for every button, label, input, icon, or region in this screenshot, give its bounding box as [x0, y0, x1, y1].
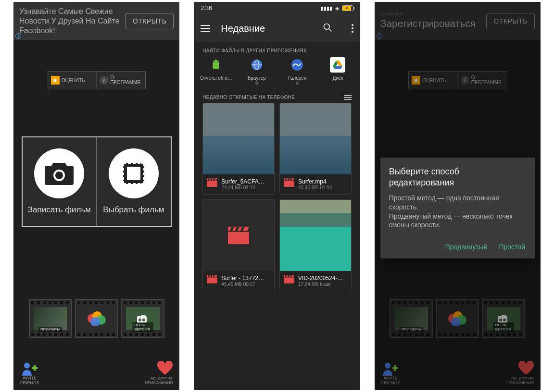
file-thumbnail [203, 200, 274, 271]
about-button[interactable]: i О ПРОГРАММЕ [97, 72, 145, 89]
source-label: Диск [318, 75, 357, 81]
open-in-icon: ⧉ [278, 81, 316, 86]
svg-rect-7 [138, 161, 140, 164]
app-sources-row: Отчеты об о… Браузер ⧉ Галерея ⧉ Диск [194, 57, 360, 90]
source-drive[interactable]: Диск [318, 57, 357, 86]
svg-rect-19 [143, 163, 146, 166]
record-movie-label: Записать фильм [28, 205, 91, 215]
drive-icon [330, 57, 345, 73]
overflow-menu-icon[interactable] [352, 24, 353, 33]
rate-label: ОЦЕНИТЬ [62, 78, 85, 83]
svg-point-1 [55, 172, 63, 179]
svg-rect-3 [127, 167, 140, 180]
edit-method-dialog: Выберите способ редактирования Простой м… [380, 158, 535, 258]
wifi-icon: ◈ [335, 5, 339, 12]
view-toggle-icon[interactable] [344, 95, 352, 100]
svg-rect-17 [121, 177, 124, 180]
svg-rect-12 [138, 183, 140, 186]
recent-header: НЕДАВНО ОТКРЫТЫЕ НА ТЕЛЕФОНЕ [194, 90, 360, 103]
globe-icon [249, 57, 264, 73]
file-card[interactable]: Surfer_5ACFA… 24,44 МБ 01:14 [202, 103, 275, 195]
source-gallery[interactable]: Галерея ⧉ [278, 57, 316, 86]
file-card[interactable]: VID-20200524-… 17,64 МБ 6 авг. [279, 199, 352, 291]
find-in-apps-label: НАЙТИ ФАЙЛЫ В ДРУГИХ ПРИЛОЖЕНИЯХ [194, 42, 360, 57]
file-name: VID-20200524-… [298, 275, 343, 282]
bottom-row: INVITE FRIENDS AD: ДРУГИЕ ПРИЛОЖЕНИЯ [13, 361, 179, 385]
svg-rect-20 [143, 168, 146, 171]
record-movie-button[interactable]: Записать фильм [23, 137, 97, 226]
pick-movie-button[interactable]: Выбрать фильм [97, 137, 171, 226]
screen-3-dialog: Facebook® Зарегистрироваться ОТКРЫТЬ i ★… [375, 2, 541, 390]
rate-button[interactable]: ★ ОЦЕНИТЬ [48, 72, 97, 89]
source-reports[interactable]: Отчеты об о… [197, 57, 235, 86]
svg-rect-15 [121, 168, 124, 171]
film-examples-label: ПРИМЕРЫ [38, 327, 62, 332]
screen-1-app-home: Узнавайте Самые Свежие Новости У Друзей … [13, 2, 179, 390]
star-icon: ★ [51, 76, 60, 85]
film-strip-row: ПРИМЕРЫ ПРОФ. ВЕРСИЯ [29, 299, 164, 338]
svg-point-35 [217, 61, 218, 61]
ad-text: Узнавайте Самые Свежие Новости У Друзей … [19, 7, 126, 36]
stamp-icon [109, 148, 159, 198]
film-examples[interactable]: ПРИМЕРЫ [29, 299, 72, 338]
svg-point-31 [24, 363, 30, 368]
file-name: Surfer.mp4 [298, 178, 332, 185]
source-label: Отчеты об о… [197, 75, 235, 81]
pick-movie-label: Выбрать фильм [103, 205, 164, 215]
film-pro-label: ПРОФ. ВЕРСИЯ [132, 322, 153, 332]
svg-rect-6 [133, 161, 136, 164]
about-label-2: ПРОГРАММЕ [110, 80, 140, 86]
other-apps-button[interactable]: AD: ДРУГИЕ ПРИЛОЖЕНИЯ [145, 361, 173, 385]
camera-icon [34, 148, 84, 198]
file-thumbnail [280, 103, 351, 174]
file-name: Surfer - 13772… [221, 275, 264, 282]
source-label: Браузер [238, 75, 276, 81]
ad-open-button[interactable]: ОТКРЫТЬ [126, 13, 174, 29]
ad-close-icon[interactable]: i [15, 33, 21, 39]
status-bar: 2:36 ▮▮▮▮ ◈ 91 [194, 2, 360, 14]
svg-rect-22 [143, 177, 146, 180]
svg-line-33 [328, 28, 331, 31]
dialog-body-line2: Продвинутый метод — несколько точек смен… [389, 212, 526, 230]
svg-rect-10 [128, 183, 131, 186]
file-card[interactable]: Surfer - 13772… 45,45 МБ 00:27 [202, 199, 275, 291]
invite-friends-button[interactable]: INVITE FRIENDS [20, 361, 39, 385]
info-icon: i [100, 76, 108, 85]
appbar-title: Недавние [221, 23, 312, 34]
svg-rect-23 [143, 181, 146, 184]
svg-point-30 [142, 318, 145, 321]
battery-icon: 91 [342, 5, 353, 11]
simple-button[interactable]: Простой [498, 239, 526, 255]
svg-rect-14 [121, 163, 124, 166]
file-grid: Surfer_5ACFA… 24,44 МБ 01:14 Surfer.mp4 … [194, 103, 360, 291]
svg-rect-5 [128, 161, 131, 164]
svg-point-34 [214, 61, 215, 61]
video-file-icon [207, 275, 217, 283]
svg-rect-28 [137, 316, 147, 323]
svg-point-32 [324, 24, 329, 29]
status-time: 2:36 [201, 5, 212, 12]
svg-rect-16 [121, 172, 124, 175]
other-apps-line2: ПРИЛОЖЕНИЯ [145, 381, 173, 385]
invite-line2: FRIENDS [20, 380, 39, 385]
dialog-body-line1: Простой метод — одна постоянная скорость… [389, 194, 526, 212]
app-bar: Недавние [194, 14, 360, 42]
source-browser[interactable]: Браузер ⧉ [238, 57, 276, 86]
svg-rect-18 [121, 181, 124, 184]
video-file-icon [284, 178, 294, 187]
gallery-icon [290, 57, 305, 73]
advanced-button[interactable]: Продвинутый [444, 239, 489, 255]
recent-label: НЕДАВНО ОТКРЫТЫЕ НА ТЕЛЕФОНЕ [202, 95, 295, 100]
file-thumbnail [280, 200, 351, 271]
dialog-overlay: Выберите способ редактирования Простой м… [375, 2, 541, 390]
file-thumbnail [203, 103, 274, 174]
search-icon[interactable] [323, 23, 332, 35]
file-card[interactable]: Surfer.mp4 45,45 МБ 01:04 [279, 103, 352, 195]
menu-icon[interactable] [201, 25, 210, 32]
video-file-icon [207, 178, 217, 187]
film-pro[interactable]: ПРОФ. ВЕРСИЯ [121, 299, 164, 338]
file-info: 45,45 МБ 00:27 [221, 282, 264, 287]
ad-banner[interactable]: Узнавайте Самые Свежие Новости У Друзей … [13, 2, 179, 40]
dialog-title: Выберите способ редактирования [389, 166, 526, 189]
film-filters[interactable] [75, 299, 118, 338]
